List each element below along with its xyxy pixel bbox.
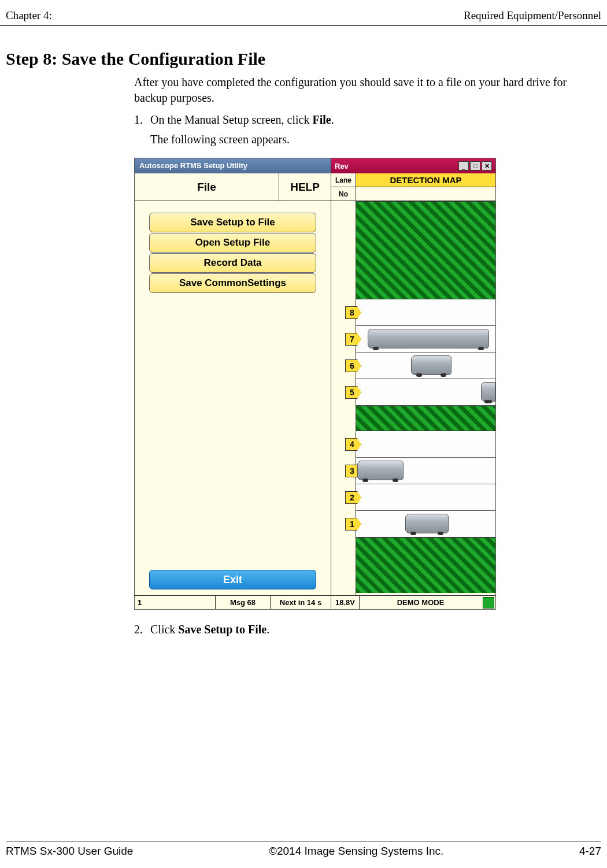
lane-row: 4 [356,431,495,458]
grass-zone [356,406,495,431]
menubar: File HELP Lane DETECTION MAP No [135,173,495,201]
lane-row: 3 [356,458,495,484]
vehicle-icon [368,329,489,348]
status-indicator-icon [483,597,494,609]
list-number: 1. [134,112,150,128]
list-item: 2. Click Save Setup to File. [134,621,593,637]
menu-file[interactable]: File [135,173,279,201]
vehicle-icon [357,461,404,480]
list-number: 2. [134,621,150,637]
status-next: Next in 14 s [271,596,331,609]
save-common-button[interactable]: Save CommonSettings [149,273,316,293]
page-footer: RTMS Sx-300 User Guide ©2014 Image Sensi… [6,841,601,858]
file-sidebar: Save Setup to File Open Setup File Recor… [135,201,331,595]
titlebar: Autoscope RTMS Setup Utility Rev ‗ □ ✕ [135,158,495,173]
lane-tag: 4 [345,438,361,451]
save-setup-button[interactable]: Save Setup to File [149,213,316,232]
close-icon[interactable]: ✕ [482,161,492,170]
footer-guide: RTMS Sx-300 User Guide [6,845,133,858]
vehicle-icon [405,514,449,533]
status-voltage: 18.8V [331,596,360,609]
header-section: Required Equipment/Personnel [464,9,601,22]
list-subtext: The following screen appears. [150,131,593,147]
exit-button[interactable]: Exit [149,570,316,589]
open-setup-button[interactable]: Open Setup File [149,233,316,253]
statusbar: 1 Msg 68 Next in 14 s 18.8V DEMO MODE [135,595,495,609]
app-window: Autoscope RTMS Setup Utility Rev ‗ □ ✕ F… [134,158,496,610]
vehicle-icon [481,382,495,402]
lane-row: 1 [356,511,495,537]
lane-tag: 7 [345,333,361,346]
footer-page: 4-27 [579,845,601,858]
list-text: On the Manual Setup screen, click File. [150,112,334,128]
maximize-icon[interactable]: □ [470,161,480,170]
record-data-button[interactable]: Record Data [149,253,316,273]
lane-header: Lane [331,173,356,187]
lane-tag: 5 [345,386,361,399]
lane-row: 8 [356,299,495,326]
titlebar-right: Rev ‗ □ ✕ [331,158,495,173]
lane-tag: 8 [345,306,361,319]
no-header: No [331,187,356,201]
rev-label: Rev [335,162,349,170]
status-id: 1 [135,596,216,609]
page-header: Chapter 4: Required Equipment/Personnel [0,0,607,26]
minimize-icon[interactable]: ‗ [458,161,469,170]
lane-row: 7 [356,326,495,353]
lane-tag: 6 [345,359,361,372]
detection-map: 8 7 6 5 4 [331,201,495,595]
detection-map-header: DETECTION MAP [356,173,495,187]
header-chapter: Chapter 4: [6,9,52,22]
status-msg: Msg 68 [216,596,271,609]
lane-row: 2 [356,484,495,511]
app-title: Autoscope RTMS Setup Utility [135,158,331,173]
window-controls: ‗ □ ✕ [458,161,492,170]
footer-copyright: ©2014 Image Sensing Systems Inc. [269,845,443,858]
lane-tag: 2 [345,491,361,504]
menu-help[interactable]: HELP [279,173,331,201]
step-title: Step 8: Save the Configuration File [0,26,607,75]
status-mode: DEMO MODE [360,596,482,609]
vehicle-icon [411,355,451,375]
detection-map-blank [356,187,495,201]
lane-row: 6 [356,353,495,379]
lane-tag: 1 [345,518,361,531]
lane-row: 5 [356,379,495,406]
grass-zone [356,201,495,299]
list-text: Click Save Setup to File. [150,621,269,637]
grass-zone [356,537,495,593]
list-item: 1. On the Manual Setup screen, click Fil… [134,112,593,128]
intro-paragraph: After you have completed the configurati… [134,75,593,106]
